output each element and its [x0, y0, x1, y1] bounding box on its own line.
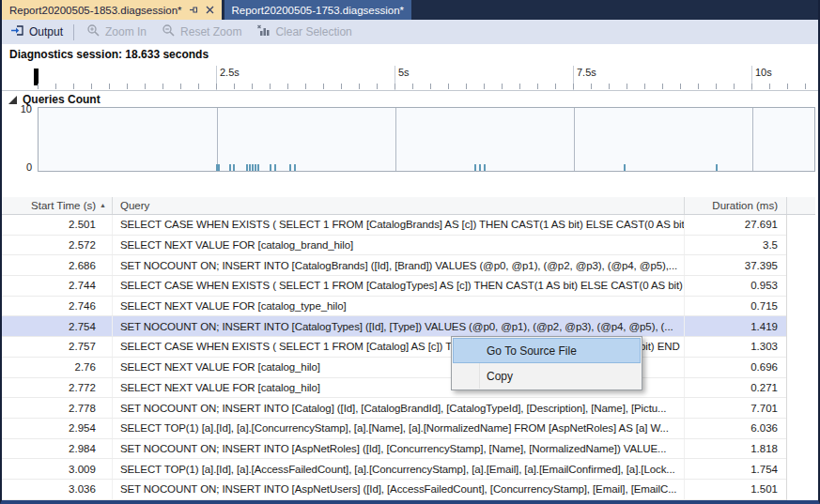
duration-cell[interactable]: 1.754	[684, 459, 786, 479]
table-row[interactable]: 2.501SELECT CASE WHEN EXISTS ( SELECT 1 …	[2, 215, 786, 236]
table-row[interactable]: 2.686SET NOCOUNT ON; INSERT INTO [Catalo…	[2, 255, 786, 276]
duration-cell[interactable]: 6.036	[684, 419, 786, 438]
duration-cell[interactable]: 1.501	[684, 480, 786, 499]
table-row[interactable]: 2.754SET NOCOUNT ON; INSERT INTO [Catalo…	[2, 316, 786, 337]
ruler-minor-tick	[162, 84, 163, 89]
clear-selection-icon	[256, 23, 271, 40]
queries-count-header[interactable]: Queries Count	[2, 91, 818, 107]
query-table-body: 2.501SELECT CASE WHEN EXISTS ( SELECT 1 …	[2, 215, 787, 500]
column-header-query[interactable]: Query	[113, 197, 685, 214]
table-row[interactable]: 2.744SELECT CASE WHEN EXISTS ( SELECT 1 …	[2, 276, 786, 297]
pin-icon[interactable]	[189, 5, 199, 15]
duration-cell[interactable]: 0.696	[684, 358, 786, 377]
duration-cell[interactable]: 0.953	[684, 276, 786, 296]
close-icon[interactable]	[206, 6, 214, 14]
table-row[interactable]: 2.757SELECT CASE WHEN EXISTS ( SELECT 1 …	[2, 337, 786, 358]
ruler-minor-tick	[91, 84, 92, 89]
query-cell[interactable]: SET NOCOUNT ON; INSERT INTO [AspNetUsers…	[113, 480, 684, 499]
query-cell[interactable]: SELECT NEXT VALUE FOR [catalog_brand_hil…	[113, 236, 684, 255]
ruler-minor-tick	[519, 84, 520, 89]
query-count-bar	[270, 164, 271, 171]
query-cell[interactable]: SET NOCOUNT ON; INSERT INTO [CatalogBran…	[113, 255, 684, 275]
query-cell[interactable]: SET NOCOUNT ON; INSERT INTO [AspNetRoles…	[113, 439, 684, 459]
clear-selection-button[interactable]: Clear Selection	[250, 21, 358, 43]
start-time-cell[interactable]: 2.984	[2, 439, 113, 459]
table-row[interactable]: 2.746SELECT NEXT VALUE FOR [catalog_type…	[2, 297, 786, 317]
table-row[interactable]: 2.572SELECT NEXT VALUE FOR [catalog_bran…	[2, 236, 786, 256]
tab-report-1853[interactable]: Report20200505-1853.diagsession*	[2, 0, 222, 20]
ruler-minor-tick	[537, 84, 538, 89]
ruler-minor-tick	[305, 84, 306, 89]
start-time-cell[interactable]: 2.76	[2, 358, 113, 377]
query-count-bar	[249, 164, 251, 171]
query-count-bar	[246, 164, 248, 171]
column-header-duration[interactable]: Duration (ms)	[685, 197, 787, 214]
ruler-minor-tick	[180, 84, 181, 89]
query-count-bar	[289, 164, 291, 171]
ruler-minor-tick	[198, 84, 199, 89]
table-row[interactable]: 2.772SELECT NEXT VALUE FOR [catalog_hilo…	[2, 378, 786, 399]
duration-cell[interactable]: 1.419	[684, 316, 786, 336]
query-cell[interactable]: SET NOCOUNT ON; INSERT INTO [CatalogType…	[113, 316, 684, 336]
timeline-ruler[interactable]: 2.5s5s7.5s10s	[2, 66, 818, 91]
ruler-minor-tick	[73, 84, 74, 89]
query-count-bar	[233, 164, 235, 171]
start-time-cell[interactable]: 2.746	[2, 297, 113, 316]
ruler-tick-label: 10s	[755, 67, 772, 78]
output-button[interactable]: Output	[4, 21, 70, 43]
query-count-bar	[294, 164, 296, 171]
queries-count-chart[interactable]	[38, 107, 815, 172]
table-row[interactable]: 3.036SET NOCOUNT ON; INSERT INTO [AspNet…	[2, 480, 786, 500]
start-time-cell[interactable]: 2.954	[2, 419, 113, 438]
query-cell[interactable]: SET NOCOUNT ON; INSERT INTO [Catalog] ([…	[113, 398, 684, 418]
column-header-empty	[787, 197, 815, 214]
ruler-minor-tick	[270, 84, 271, 89]
ruler-minor-tick	[627, 84, 627, 89]
start-time-cell[interactable]: 3.009	[2, 459, 113, 479]
start-time-cell[interactable]: 2.754	[2, 316, 113, 336]
ruler-tick-label: 5s	[398, 67, 410, 78]
query-cell[interactable]: SELECT CASE WHEN EXISTS ( SELECT 1 FROM …	[113, 215, 684, 235]
toolbar-separator	[73, 24, 74, 40]
reset-zoom-button[interactable]: Reset Zoom	[155, 21, 248, 43]
query-count-bar	[624, 164, 626, 171]
duration-cell[interactable]: 3.5	[684, 236, 786, 255]
table-row[interactable]: 2.984SET NOCOUNT ON; INSERT INTO [AspNet…	[2, 439, 786, 460]
query-cell[interactable]: SELECT TOP(1) [a].[Id], [a].[AccessFaile…	[113, 459, 684, 479]
tab-report-1753[interactable]: Report20200505-1753.diagsession*	[224, 0, 412, 20]
menu-item-go-to-source-file[interactable]: Go To Source File	[453, 338, 641, 363]
table-row[interactable]: 2.778SET NOCOUNT ON; INSERT INTO [Catalo…	[2, 398, 786, 419]
duration-cell[interactable]: 1.818	[684, 439, 786, 459]
duration-cell[interactable]: 27.691	[684, 215, 786, 235]
table-row[interactable]: 3.009SELECT TOP(1) [a].[Id], [a].[Access…	[2, 459, 786, 480]
column-header-start-time[interactable]: Start Time (s) ▲	[2, 197, 113, 214]
table-row[interactable]: 2.76SELECT NEXT VALUE FOR [catalog_hilo]…	[2, 358, 786, 378]
start-time-cell[interactable]: 3.036	[2, 480, 113, 499]
start-time-cell[interactable]: 2.501	[2, 215, 113, 235]
table-row[interactable]: 2.954SELECT TOP(1) [a].[Id], [a].[Concur…	[2, 419, 786, 439]
duration-cell[interactable]: 1.303	[684, 337, 786, 357]
start-time-cell[interactable]: 2.686	[2, 255, 113, 275]
query-count-bar	[255, 164, 256, 171]
start-time-cell[interactable]: 2.772	[2, 378, 113, 398]
start-time-cell[interactable]: 2.744	[2, 276, 113, 296]
query-cell[interactable]: SELECT TOP(1) [a].[Id], [a].[Concurrency…	[113, 419, 684, 438]
query-cell[interactable]: SELECT NEXT VALUE FOR [catalog_type_hilo…	[113, 297, 684, 316]
start-time-cell[interactable]: 2.757	[2, 337, 113, 357]
start-time-cell[interactable]: 2.778	[2, 398, 113, 418]
query-cell[interactable]: SELECT CASE WHEN EXISTS ( SELECT 1 FROM …	[113, 276, 684, 296]
zoom-in-button[interactable]: Zoom In	[80, 21, 153, 43]
ruler-minor-tick	[698, 84, 699, 89]
duration-cell[interactable]: 7.701	[684, 398, 786, 418]
ruler-minor-tick	[38, 84, 39, 89]
duration-cell[interactable]: 0.271	[684, 378, 786, 398]
ruler-minor-tick	[145, 84, 146, 89]
tab-strip: Report20200505-1853.diagsession* Report2…	[2, 0, 818, 20]
start-time-cell[interactable]: 2.572	[2, 236, 113, 255]
duration-cell[interactable]: 37.395	[684, 255, 786, 275]
duration-cell[interactable]: 0.715	[684, 297, 786, 316]
diagnostics-window: Report20200505-1853.diagsession* Report2…	[0, 0, 820, 504]
menu-item-copy[interactable]: Copy	[453, 363, 641, 389]
tab-label: Report20200505-1753.diagsession*	[232, 5, 405, 16]
y-axis-max-label: 10	[6, 103, 32, 115]
